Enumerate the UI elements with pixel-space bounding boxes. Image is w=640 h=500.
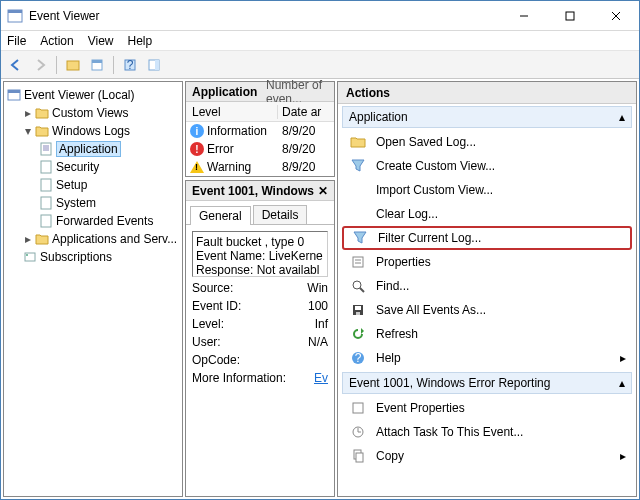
collapse-icon: ▴ bbox=[619, 376, 625, 390]
eventid-value: 100 bbox=[272, 299, 328, 313]
actions-pane-button[interactable] bbox=[143, 54, 165, 76]
tree-security[interactable]: Security bbox=[38, 158, 180, 176]
folder-icon bbox=[34, 231, 50, 247]
minimize-button[interactable] bbox=[501, 1, 547, 30]
svg-rect-6 bbox=[67, 61, 79, 70]
level-value: Inf bbox=[272, 317, 328, 331]
user-value: N/A bbox=[272, 335, 328, 349]
opcode-label: OpCode: bbox=[192, 353, 272, 367]
tree-subscriptions[interactable]: Subscriptions bbox=[22, 248, 180, 266]
col-level[interactable]: Level bbox=[186, 105, 278, 119]
save-icon bbox=[350, 302, 366, 318]
titlebar[interactable]: Event Viewer bbox=[1, 1, 639, 31]
action-create-custom-view[interactable]: Create Custom View... bbox=[342, 154, 632, 178]
help-button[interactable]: ? bbox=[119, 54, 141, 76]
actions-section-application[interactable]: Application ▴ bbox=[342, 106, 632, 128]
back-button[interactable] bbox=[5, 54, 27, 76]
action-attach-task[interactable]: Attach Task To This Event... bbox=[342, 420, 632, 444]
blank-icon bbox=[350, 206, 366, 222]
svg-rect-32 bbox=[356, 312, 360, 315]
svg-text:?: ? bbox=[127, 58, 134, 72]
event-detail-pane: Event 1001, Windows ✕ General Details Fa… bbox=[185, 180, 335, 497]
action-copy[interactable]: Copy▸ bbox=[342, 444, 632, 468]
info-icon: i bbox=[190, 124, 204, 138]
svg-point-28 bbox=[353, 281, 361, 289]
svg-rect-8 bbox=[92, 60, 102, 63]
tree-setup[interactable]: Setup bbox=[38, 176, 180, 194]
col-date[interactable]: Date ar bbox=[278, 105, 334, 119]
log-icon bbox=[38, 177, 54, 193]
tree-custom-views[interactable]: ▸ Custom Views bbox=[22, 104, 180, 122]
expand-icon[interactable]: ▸ bbox=[22, 232, 34, 246]
tree-root-label: Event Viewer (Local) bbox=[24, 88, 135, 102]
action-find[interactable]: Find... bbox=[342, 274, 632, 298]
svg-rect-1 bbox=[8, 10, 22, 13]
navigation-tree-pane: Event Viewer (Local) ▸ Custom Views bbox=[3, 81, 183, 497]
action-open-saved-log[interactable]: Open Saved Log... bbox=[342, 130, 632, 154]
properties-icon bbox=[350, 400, 366, 416]
event-row[interactable]: Warning 8/9/20 bbox=[186, 158, 334, 176]
action-save-all-events[interactable]: Save All Events As... bbox=[342, 298, 632, 322]
event-row[interactable]: !Error 8/9/20 bbox=[186, 140, 334, 158]
tree-forwarded-label: Forwarded Events bbox=[56, 214, 153, 228]
action-clear-log[interactable]: Clear Log... bbox=[342, 202, 632, 226]
tree-windows-logs-label: Windows Logs bbox=[52, 124, 130, 138]
tree-windows-logs[interactable]: ▾ Windows Logs bbox=[22, 122, 180, 140]
funnel-icon bbox=[352, 230, 368, 246]
event-row[interactable]: iInformation 8/9/20 bbox=[186, 122, 334, 140]
log-icon bbox=[38, 213, 54, 229]
tree-system-label: System bbox=[56, 196, 96, 210]
action-properties[interactable]: Properties bbox=[342, 250, 632, 274]
tree-root[interactable]: Event Viewer (Local) bbox=[6, 86, 180, 104]
toolbar: ? bbox=[1, 51, 639, 79]
blank-icon bbox=[350, 182, 366, 198]
event-viewer-icon bbox=[6, 87, 22, 103]
moreinfo-link[interactable]: Ev bbox=[302, 371, 328, 385]
close-button[interactable] bbox=[593, 1, 639, 30]
tree-forwarded[interactable]: Forwarded Events bbox=[38, 212, 180, 230]
svg-rect-35 bbox=[353, 403, 363, 413]
app-icon bbox=[7, 8, 23, 24]
expand-icon[interactable]: ▸ bbox=[22, 106, 34, 120]
show-hide-tree-button[interactable] bbox=[62, 54, 84, 76]
menu-view[interactable]: View bbox=[88, 34, 114, 48]
action-help[interactable]: ?Help▸ bbox=[342, 346, 632, 370]
folder-icon bbox=[34, 123, 50, 139]
subscriptions-icon bbox=[22, 249, 38, 265]
action-event-properties[interactable]: Event Properties bbox=[342, 396, 632, 420]
detail-pane: Application Number of even... Level Date… bbox=[185, 81, 335, 497]
close-detail-icon[interactable]: ✕ bbox=[318, 184, 328, 198]
svg-line-29 bbox=[360, 288, 364, 292]
maximize-button[interactable] bbox=[547, 1, 593, 30]
collapse-icon: ▴ bbox=[619, 110, 625, 124]
menu-file[interactable]: File bbox=[7, 34, 26, 48]
action-filter-current-log[interactable]: Filter Current Log... bbox=[342, 226, 632, 250]
actions-section-event[interactable]: Event 1001, Windows Error Reporting ▴ bbox=[342, 372, 632, 394]
action-refresh[interactable]: Refresh bbox=[342, 322, 632, 346]
tab-general[interactable]: General bbox=[190, 206, 251, 225]
svg-rect-12 bbox=[155, 60, 159, 70]
actions-section-label: Event 1001, Windows Error Reporting bbox=[349, 376, 550, 390]
moreinfo-label: More Information: bbox=[192, 371, 302, 385]
tree-setup-label: Setup bbox=[56, 178, 87, 192]
forward-button[interactable] bbox=[29, 54, 51, 76]
action-import-custom-view[interactable]: Import Custom View... bbox=[342, 178, 632, 202]
tree-system[interactable]: System bbox=[38, 194, 180, 212]
tree-application[interactable]: Application bbox=[38, 140, 180, 158]
find-icon bbox=[350, 278, 366, 294]
menu-action[interactable]: Action bbox=[40, 34, 73, 48]
tree-app-services[interactable]: ▸ Applications and Serv... bbox=[22, 230, 180, 248]
tree-application-label: Application bbox=[56, 141, 121, 157]
row-date: 8/9/20 bbox=[278, 160, 334, 174]
row-level: Information bbox=[207, 124, 267, 138]
svg-rect-15 bbox=[41, 143, 51, 155]
tab-details[interactable]: Details bbox=[253, 205, 308, 224]
log-icon bbox=[38, 141, 54, 157]
menu-help[interactable]: Help bbox=[128, 34, 153, 48]
export-list-button[interactable] bbox=[86, 54, 108, 76]
svg-rect-31 bbox=[355, 306, 361, 310]
level-label: Level: bbox=[192, 317, 272, 331]
collapse-icon[interactable]: ▾ bbox=[22, 124, 34, 138]
svg-rect-3 bbox=[566, 12, 574, 20]
user-label: User: bbox=[192, 335, 272, 349]
